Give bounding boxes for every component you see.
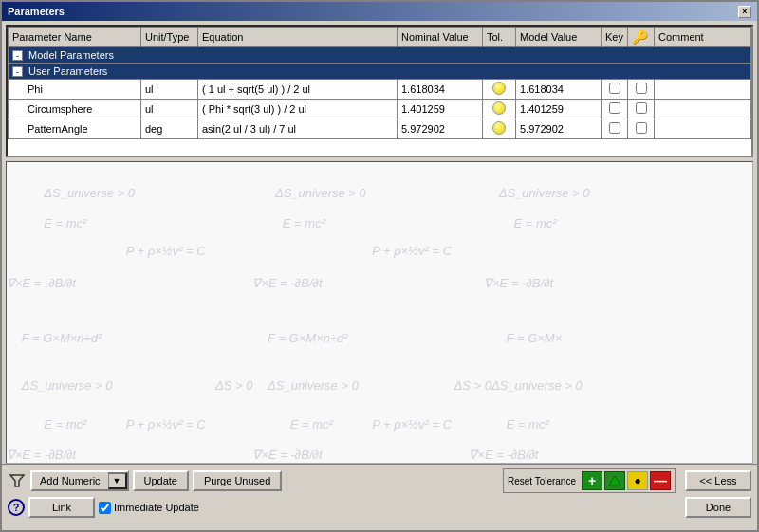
math-expression: F = G×M× (507, 331, 563, 345)
param-icon-patternangle (628, 119, 655, 139)
math-expression: ΔS_universe > 0 (44, 186, 135, 200)
tol-indicator-circumsphere[interactable] (492, 101, 506, 115)
math-expression: ΔS_universe > 0 (22, 378, 113, 393)
tolerance-triangle-button[interactable] (604, 471, 625, 490)
math-expression: ∇×E = -∂B/∂t (469, 448, 538, 462)
svg-marker-1 (609, 476, 620, 486)
add-numeric-split-button[interactable]: Add Numeric ▼ (30, 470, 129, 491)
key-checkbox-patternangle[interactable] (609, 122, 620, 134)
math-expression: ΔS_universe > 0 (275, 186, 366, 200)
purge-unused-button[interactable]: Purge Unused (193, 470, 282, 491)
user-group-expand[interactable]: - (12, 66, 23, 77)
math-expression: E = mc² (507, 417, 549, 431)
param-key-patternangle (602, 119, 628, 139)
param-equation-patternangle: asin(2 ul / 3 ul) / 7 ul (198, 119, 398, 139)
math-expression: E = mc² (283, 216, 325, 230)
math-expression: ΔS > 0 (454, 378, 491, 393)
math-expression: ΔS_universe > 0 (499, 186, 590, 200)
math-expression: P + ρ×½v² = C (372, 244, 452, 258)
parameters-table: Parameter Name Unit/Type Equation Nomina… (8, 27, 751, 139)
math-expression: P + ρ×½v² = C (126, 417, 206, 431)
col-header-tol: Tol. (483, 28, 516, 47)
immediate-update-label[interactable]: Immediate Update (99, 502, 199, 514)
param-equation-circumsphere: ( Phi * sqrt(3 ul) ) / 2 ul (198, 100, 398, 119)
math-background: E = mc²∇×E = -∂B/∂tΔS_universe > 0F = G×… (7, 162, 752, 463)
col-header-name: Parameter Name (9, 28, 141, 47)
bottom-row-2: ? Link Immediate Update Done (8, 497, 751, 518)
param-key-circumsphere (602, 100, 628, 119)
user-group-label: - User Parameters (9, 64, 751, 80)
add-numeric-dropdown-arrow[interactable]: ▼ (108, 472, 127, 489)
param-model-circumsphere: 1.401259 (516, 100, 602, 119)
math-expression: ∇×E = -∂B/∂t (7, 276, 76, 290)
col-header-key: Key (602, 28, 628, 47)
math-expression: E = mc² (44, 216, 86, 230)
parameters-window: Parameters × Parameter Name Unit/Type Eq… (0, 0, 759, 532)
param-tol-circumsphere (483, 100, 516, 119)
math-expression: ΔS_universe > 0 (491, 378, 583, 393)
math-expression: E = mc² (290, 417, 333, 431)
math-expression: F = G×M×n÷d² (22, 331, 102, 345)
param-model-phi: 1.618034 (516, 80, 602, 100)
math-expression: E = mc² (513, 216, 556, 230)
tolerance-plus-button[interactable]: + (582, 471, 602, 490)
tol-indicator-patternangle[interactable] (492, 121, 506, 135)
less-button[interactable]: << Less (685, 470, 751, 491)
param-tol-patternangle (483, 119, 516, 139)
param-icon-circumsphere (628, 100, 655, 119)
svg-marker-0 (10, 475, 24, 486)
icon-checkbox-circumsphere[interactable] (636, 102, 647, 114)
math-expression: ∇×E = -∂B/∂t (7, 448, 76, 462)
link-button[interactable]: Link (28, 497, 95, 518)
icon-checkbox-patternangle[interactable] (636, 122, 647, 134)
param-model-patternangle: 5.972902 (516, 119, 602, 139)
table-row: PatternAngle deg asin(2 ul / 3 ul) / 7 u… (9, 119, 751, 139)
model-group-expand[interactable]: - (12, 50, 23, 61)
col-header-nominal: Nominal Value (398, 28, 483, 47)
help-icon[interactable]: ? (8, 499, 25, 516)
title-bar: Parameters × (2, 2, 757, 21)
param-name-circumsphere: Circumsphere (9, 100, 141, 119)
param-unit-patternangle: deg (141, 119, 198, 139)
math-expression: ∇×E = -∂B/∂t (252, 448, 322, 462)
param-tol-phi (483, 80, 516, 100)
tolerance-minus-button[interactable]: — (650, 471, 671, 490)
update-button[interactable]: Update (133, 470, 189, 491)
param-name-phi: Phi (9, 80, 141, 100)
tolerance-circle-button[interactable]: ● (627, 471, 648, 490)
param-name-patternangle: PatternAngle (9, 119, 141, 139)
bottom-row-1: Add Numeric ▼ Update Purge Unused Reset … (8, 468, 751, 493)
math-expression: P + ρ×½v² = C (372, 417, 452, 431)
filter-icon[interactable] (8, 471, 27, 490)
add-numeric-button[interactable]: Add Numeric (32, 472, 108, 489)
reset-tolerance-label: Reset Tolerance (508, 476, 576, 486)
param-nominal-circumsphere: 1.401259 (398, 100, 483, 119)
close-button[interactable]: × (738, 6, 751, 18)
col-header-comment: Comment (655, 28, 751, 47)
key-checkbox-circumsphere[interactable] (609, 102, 620, 114)
math-expression: P + ρ×½v² = C (126, 244, 206, 258)
table-row-model-group: - Model Parameters (9, 47, 751, 64)
icon-checkbox-phi[interactable] (636, 83, 647, 94)
table-row: Circumsphere ul ( Phi * sqrt(3 ul) ) / 2… (9, 100, 751, 119)
reset-tolerance-group: Reset Tolerance + ● — (503, 468, 676, 493)
param-nominal-patternangle: 5.972902 (398, 119, 483, 139)
immediate-update-checkbox[interactable] (99, 502, 111, 514)
table-header-row: Parameter Name Unit/Type Equation Nomina… (9, 28, 751, 47)
param-comment-circumsphere (655, 100, 751, 119)
math-expression: E = mc² (44, 417, 86, 431)
param-key-phi (602, 80, 628, 100)
tol-indicator-phi[interactable] (492, 82, 506, 95)
param-equation-phi: ( 1 ul + sqrt(5 ul) ) / 2 ul (198, 80, 398, 100)
title-bar-buttons: × (738, 6, 751, 18)
key-checkbox-phi[interactable] (609, 83, 620, 94)
done-button[interactable]: Done (685, 497, 751, 518)
math-expression: ∇×E = -∂B/∂t (484, 276, 553, 290)
main-content-area: E = mc²∇×E = -∂B/∂tΔS_universe > 0F = G×… (6, 161, 753, 464)
model-group-label: - Model Parameters (9, 47, 751, 64)
bottom-bar: Add Numeric ▼ Update Purge Unused Reset … (2, 464, 757, 530)
col-header-model: Model Value (516, 28, 602, 47)
param-unit-phi: ul (141, 80, 198, 100)
col-header-unit: Unit/Type (141, 28, 198, 47)
math-expression: ΔS_universe > 0 (268, 378, 359, 393)
